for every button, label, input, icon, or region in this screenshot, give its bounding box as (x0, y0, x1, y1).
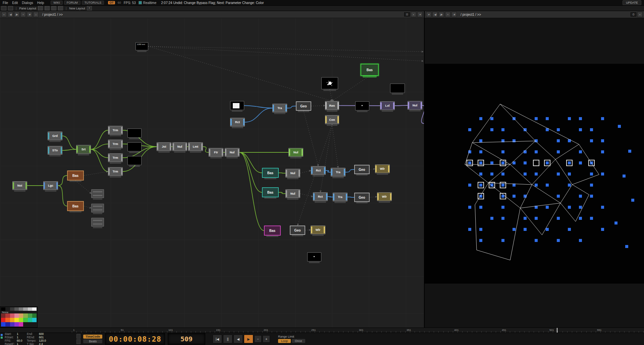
node-nul1[interactable]: Nul (172, 142, 187, 151)
pause-button[interactable]: || (223, 335, 232, 343)
playhead[interactable] (557, 328, 557, 333)
step-forward-button[interactable]: + (263, 335, 270, 343)
node-trm1[interactable]: Trm (108, 126, 123, 135)
node-srt[interactable]: Srt (76, 145, 91, 154)
node-tra1[interactable]: Tra (272, 104, 287, 112)
node-sto[interactable]: STo (48, 146, 62, 155)
node-nul5[interactable]: Nul (408, 101, 422, 110)
node-con[interactable]: Con (325, 115, 339, 124)
palette-swatch[interactable] (1, 313, 5, 318)
breadcrumb[interactable]: / project1 / >> (461, 13, 481, 16)
pane-menu-icon[interactable]: ▪ (1, 12, 7, 17)
node-lvl[interactable]: Lvl (380, 101, 395, 110)
node-rct1[interactable]: Rct (230, 118, 245, 127)
node-top_splat[interactable] (321, 77, 338, 89)
forward-icon[interactable]: ▶ (439, 12, 444, 17)
node-top_red2[interactable] (127, 156, 142, 165)
timecode-mode-button[interactable]: TimeCode (83, 335, 102, 339)
palette-swatch[interactable] (19, 307, 23, 311)
network-canvas[interactable]: None 1280 textGrdSToSrtNoiLgcBasBasTrmTr… (0, 18, 424, 328)
node-geo2[interactable]: Geo (296, 101, 311, 111)
node-rct3[interactable]: Rct (313, 192, 328, 201)
node-bas_teal2[interactable]: Bas (262, 187, 279, 197)
viewer-pane[interactable] (425, 18, 644, 328)
bookmark-icon[interactable]: ★ (451, 12, 457, 17)
menu-file[interactable]: File (3, 1, 8, 5)
palette-swatch[interactable] (10, 307, 14, 311)
node-tra2[interactable]: Tra (331, 168, 345, 177)
node-bas_teal1[interactable]: Bas (262, 168, 279, 178)
monitor2-icon[interactable] (8, 6, 13, 10)
palette-swatch[interactable] (14, 313, 19, 318)
palette-swatch[interactable] (23, 318, 28, 322)
depth-field[interactable]: 0 (404, 12, 410, 16)
viewer-canvas[interactable] (425, 64, 644, 284)
jump-start-button[interactable]: |◀ (213, 335, 222, 343)
node-lmt[interactable]: Lmt (188, 142, 203, 151)
back-icon[interactable]: ◀ (8, 12, 13, 17)
node-bas_orange2[interactable]: Bas (67, 201, 84, 211)
node-bas_magenta[interactable]: Bas (264, 226, 281, 236)
palette-swatch[interactable] (19, 322, 23, 327)
node-joi[interactable]: Joi (157, 142, 171, 151)
bookmark-icon[interactable]: ★ (27, 12, 32, 17)
palette-swatch[interactable] (19, 318, 23, 322)
once-button[interactable]: Once (292, 339, 305, 343)
palette-swatch[interactable] (10, 313, 14, 318)
layout-preset-icon[interactable] (38, 6, 43, 10)
loop-button[interactable]: Loop (278, 339, 291, 343)
palette-swatch[interactable] (1, 322, 5, 327)
node-grd[interactable]: Grd (48, 132, 62, 140)
depth-field[interactable]: 0 (631, 12, 636, 16)
add-icon[interactable]: + (20, 12, 26, 17)
palette-swatch[interactable] (28, 322, 32, 327)
node-trm4[interactable]: Trm (108, 167, 123, 176)
play-reverse-button[interactable]: ◀ (233, 335, 243, 343)
palette-swatch[interactable] (28, 307, 32, 311)
play-button[interactable]: ▶ (244, 335, 253, 343)
node-top_rainbow[interactable] (127, 129, 142, 138)
layout-preset-icon[interactable] (58, 6, 63, 10)
node-top_pattern[interactable] (390, 84, 405, 93)
node-ftr[interactable]: Ftr (209, 148, 223, 157)
step-back-button[interactable]: − (254, 335, 262, 343)
palette-swatch[interactable] (23, 307, 28, 311)
node-trm3[interactable]: Trm (108, 153, 123, 162)
forward-icon[interactable]: ▶ (14, 12, 19, 17)
layout-preset-icon[interactable] (45, 6, 50, 10)
node-rct2[interactable]: Rct (311, 166, 326, 175)
link-tutorials[interactable]: TUTORIALS (82, 1, 104, 5)
node-trm2[interactable]: Trm (108, 140, 123, 148)
node-ren[interactable]: Ren (325, 101, 339, 110)
node-mini3[interactable] (91, 218, 104, 227)
node-nul3[interactable]: Nul (285, 169, 300, 178)
palette-swatch[interactable] (10, 322, 14, 327)
pane-menu-icon[interactable]: ▾ (426, 12, 431, 17)
palette-swatch[interactable] (5, 313, 10, 318)
node-top_dark2[interactable] (307, 252, 321, 261)
node-text_top[interactable]: 1280 text (136, 42, 148, 50)
node-wlr2[interactable]: Wlr (375, 164, 390, 173)
node-nul4[interactable]: Nul (285, 189, 300, 198)
node-bas_sel[interactable]: Bas (361, 64, 379, 76)
palette-swatch[interactable] (32, 318, 37, 322)
menu-edit[interactable]: Edit (12, 1, 18, 5)
perform-badge[interactable]: OT (108, 1, 115, 4)
node-nul_green[interactable]: Nul (288, 148, 303, 157)
add-layout-button[interactable]: + (87, 6, 92, 10)
node-nul2[interactable]: Nul (225, 148, 239, 157)
palette-swatch[interactable] (14, 318, 19, 322)
node-wlr3[interactable]: Wlr (377, 192, 392, 201)
node-lgc[interactable]: Lgc (43, 181, 58, 190)
palette-swatch[interactable] (5, 322, 10, 327)
realtime-toggle[interactable]: Realtime (139, 1, 156, 5)
beats-mode-button[interactable]: Beats (83, 339, 102, 343)
palette-swatch[interactable] (5, 318, 10, 322)
node-mini1[interactable] (91, 189, 104, 198)
palette-swatch[interactable] (1, 307, 5, 311)
palette-swatch[interactable] (28, 313, 32, 318)
node-noi[interactable]: Noi (12, 181, 27, 190)
palette-swatch[interactable] (28, 318, 32, 322)
palette-swatch[interactable] (32, 322, 37, 327)
node-top_red1[interactable] (127, 142, 142, 151)
